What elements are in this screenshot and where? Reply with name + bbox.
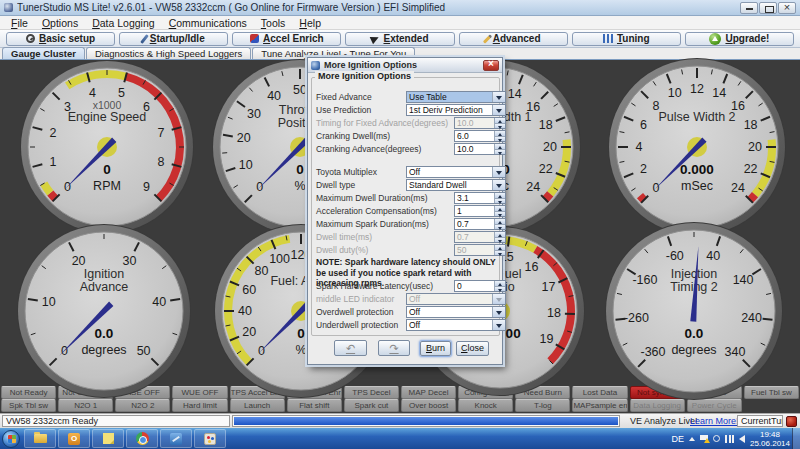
svg-text:Engine Speed: Engine Speed bbox=[68, 110, 147, 124]
chrome-taskbar-button[interactable] bbox=[126, 429, 158, 448]
combo-value: Off bbox=[407, 307, 492, 317]
close-button[interactable] bbox=[778, 2, 796, 14]
spinner-down-icon[interactable] bbox=[495, 225, 505, 230]
combo-value: Use Table bbox=[407, 92, 492, 102]
menu-options[interactable]: Options bbox=[35, 17, 85, 29]
cranking-dwell-ms-label: Cranking Dwell(ms) bbox=[316, 131, 390, 141]
app-taskbar-button[interactable] bbox=[160, 429, 192, 448]
menu-file[interactable]: File bbox=[4, 17, 35, 29]
spinner-value: 10.0 bbox=[455, 118, 494, 128]
svg-text:60: 60 bbox=[242, 283, 256, 297]
gauge-cluster: 0123456789x1000Engine Speed0RPM010203040… bbox=[0, 60, 800, 385]
dialog-row: Underdwell protectionOff bbox=[316, 319, 498, 332]
menu-data-logging[interactable]: Data Logging bbox=[85, 17, 161, 29]
svg-text:240: 240 bbox=[741, 311, 762, 325]
overdwell-protection-combo[interactable]: Off bbox=[406, 306, 506, 318]
toyota-multiplex-combo[interactable]: Off bbox=[406, 166, 506, 178]
spinner-value: 10.0 bbox=[455, 144, 494, 154]
paint-icon bbox=[204, 433, 216, 445]
maximum-dwell-duration-ms-spinner[interactable]: 3.1 bbox=[454, 192, 506, 204]
acceleration-compensation-ms-label: Acceleration Compensation(ms) bbox=[316, 206, 437, 216]
dwell-type-combo[interactable]: Standard Dwell bbox=[406, 179, 506, 191]
use-prediction-combo[interactable]: 1st Deriv Prediction bbox=[406, 104, 506, 116]
notes-taskbar-button[interactable] bbox=[92, 429, 124, 448]
gauge-pulse-width-2: 024681012141618202224Pulse Width 20.000m… bbox=[606, 56, 788, 238]
svg-text:%: % bbox=[294, 179, 305, 193]
chevron-down-icon[interactable] bbox=[492, 320, 505, 330]
cranking-dwell-ms-spinner[interactable]: 6.0 bbox=[454, 130, 506, 142]
spinner-down-icon[interactable] bbox=[495, 137, 505, 142]
maximum-dwell-duration-ms-label: Maximum Dwell Duration(ms) bbox=[316, 193, 427, 203]
chevron-down-icon[interactable] bbox=[492, 307, 505, 317]
outlook-taskbar-button[interactable]: O bbox=[58, 429, 90, 448]
system-tray: DE 19:48 25.06.2014 bbox=[671, 428, 790, 449]
svg-text:%: % bbox=[295, 343, 306, 357]
learn-more-link[interactable]: Learn More! bbox=[690, 416, 739, 426]
tuning-button[interactable]: Tuning bbox=[572, 32, 681, 46]
volume-icon[interactable] bbox=[739, 435, 745, 443]
menu-tools[interactable]: Tools bbox=[254, 17, 293, 29]
basic-setup-button[interactable]: Basic setup bbox=[6, 32, 115, 46]
svg-text:14: 14 bbox=[712, 86, 726, 100]
advanced-button[interactable]: Advanced bbox=[459, 32, 568, 46]
language-indicator[interactable]: DE bbox=[671, 434, 684, 444]
show-desktop-button[interactable] bbox=[792, 428, 800, 449]
startup-idle-button[interactable]: Startup/Idle bbox=[119, 32, 228, 46]
dwell-duty-label: Dwell duty(%) bbox=[316, 245, 368, 255]
clock[interactable]: 19:48 25.06.2014 bbox=[750, 430, 790, 448]
accel-enrich-button[interactable]: Accel Enrich bbox=[232, 32, 341, 46]
svg-text:18: 18 bbox=[744, 118, 758, 132]
svg-text:50: 50 bbox=[293, 83, 307, 97]
spinner-down-icon[interactable] bbox=[495, 212, 505, 217]
maximize-button[interactable] bbox=[759, 2, 777, 14]
fixed-advance-combo[interactable]: Use Table bbox=[406, 91, 506, 103]
svg-text:7: 7 bbox=[158, 126, 165, 140]
redo-button[interactable]: ↷ bbox=[378, 340, 410, 356]
undo-button[interactable]: ↶ bbox=[334, 340, 367, 356]
dialog-close-button[interactable]: Close bbox=[456, 341, 489, 356]
menu-bar: FileOptionsData LoggingCommunicationsToo… bbox=[0, 16, 800, 30]
svg-text:22: 22 bbox=[744, 162, 758, 176]
chevron-down-icon[interactable] bbox=[492, 167, 505, 177]
svg-text:50: 50 bbox=[137, 344, 151, 358]
dialog-row: Acceleration Compensation(ms)1 bbox=[316, 205, 498, 218]
svg-text:20: 20 bbox=[242, 325, 256, 339]
bars-icon bbox=[603, 34, 613, 43]
action-center-flag-icon[interactable] bbox=[700, 435, 708, 442]
burn-button[interactable]: Burn bbox=[420, 341, 451, 356]
chevron-down-icon[interactable] bbox=[492, 180, 505, 190]
extended-button[interactable]: Extended bbox=[345, 32, 454, 46]
svg-text:-160: -160 bbox=[632, 273, 657, 287]
underdwell-protection-combo[interactable]: Off bbox=[406, 319, 506, 331]
acceleration-compensation-ms-spinner[interactable]: 1 bbox=[454, 205, 506, 217]
toolbar-button-label: Basic setup bbox=[39, 33, 95, 44]
start-button[interactable] bbox=[2, 430, 20, 448]
toolbar: Basic setupStartup/IdleAccel EnrichExten… bbox=[0, 30, 800, 48]
svg-text:40: 40 bbox=[152, 295, 166, 309]
minimize-button[interactable] bbox=[740, 2, 758, 14]
maximum-spark-duration-ms-spinner[interactable]: 0.7 bbox=[454, 218, 506, 230]
svg-text:2: 2 bbox=[640, 162, 647, 176]
svg-text:22: 22 bbox=[539, 162, 553, 176]
upgrade-button[interactable]: Upgrade! bbox=[685, 32, 794, 46]
indicator-hard-limit: Hard limit bbox=[172, 399, 227, 412]
spinner-down-icon[interactable] bbox=[495, 199, 505, 204]
paint-taskbar-button[interactable] bbox=[194, 429, 226, 448]
spinner-down-icon bbox=[495, 124, 505, 129]
menu-communications[interactable]: Communications bbox=[162, 17, 254, 29]
cranking-advance-degrees-spinner[interactable]: 10.0 bbox=[454, 143, 506, 155]
chevron-down-icon[interactable] bbox=[492, 105, 505, 115]
dialog-close-icon[interactable] bbox=[483, 60, 499, 71]
explorer-taskbar-button[interactable] bbox=[24, 429, 56, 448]
power-icon[interactable] bbox=[713, 435, 720, 442]
svg-text:24: 24 bbox=[526, 180, 540, 194]
spinner-down-icon[interactable] bbox=[495, 287, 505, 292]
chevron-down-icon[interactable] bbox=[492, 92, 505, 102]
spinner-down-icon[interactable] bbox=[495, 150, 505, 155]
network-signal-icon[interactable] bbox=[725, 435, 734, 443]
spark-hardware-latency-usec-spinner[interactable]: 0 bbox=[454, 280, 506, 292]
gauge-injection-timing-2: -360-260-160-6040140240340InjectionTimin… bbox=[603, 220, 785, 402]
toolbar-button-label: Startup/Idle bbox=[150, 33, 205, 44]
menu-help[interactable]: Help bbox=[292, 17, 328, 29]
hidden-icons-caret[interactable] bbox=[689, 437, 695, 441]
